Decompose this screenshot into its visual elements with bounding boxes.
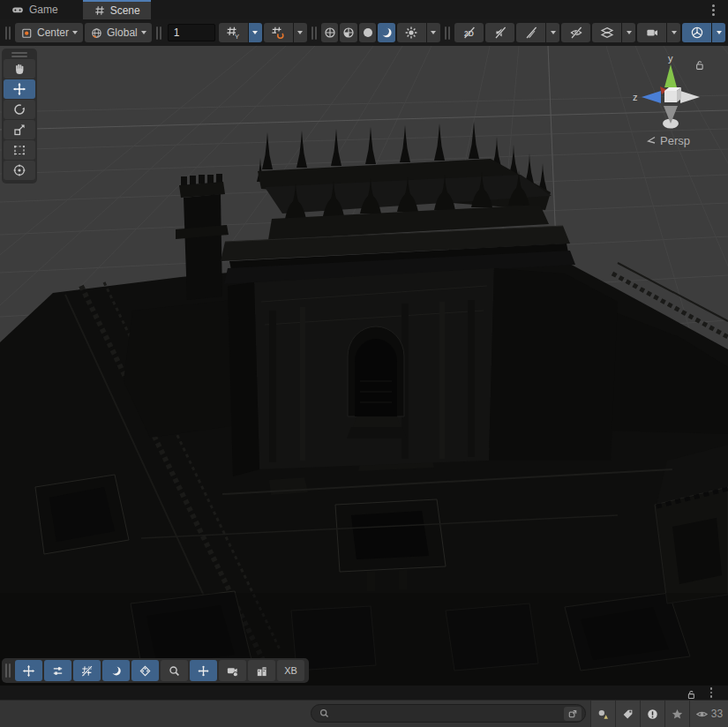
tag-icon bbox=[621, 708, 634, 721]
toolbar-drag-handle[interactable] bbox=[445, 26, 450, 40]
toolbar-drag-handle[interactable] bbox=[156, 26, 161, 40]
gizmo-center-cube[interactable] bbox=[664, 91, 677, 102]
scale-tool-button[interactable] bbox=[4, 120, 35, 139]
temple-body bbox=[228, 268, 618, 476]
shaded-wireframe-toggle[interactable] bbox=[340, 23, 357, 42]
palette-drag-handle[interactable] bbox=[4, 50, 35, 58]
gizmo-z-axis[interactable] bbox=[642, 91, 661, 103]
chevron-down-icon bbox=[141, 31, 146, 34]
camera-ball-icon bbox=[226, 664, 239, 678]
grid-off-overlay-button[interactable] bbox=[73, 660, 101, 681]
toolbar-drag-handle[interactable] bbox=[5, 26, 11, 40]
scene-lighting-toggle[interactable] bbox=[378, 23, 395, 42]
layers-button[interactable] bbox=[592, 23, 622, 42]
projection-toggle[interactable]: Persp bbox=[647, 134, 690, 147]
tab-game[interactable]: Game bbox=[0, 0, 69, 19]
scene-viewport[interactable]: y z Persp bbox=[0, 46, 728, 686]
orientation-gizmo: y z Persp bbox=[631, 53, 719, 150]
shapes-pick-icon bbox=[597, 708, 610, 721]
grid-snap-button[interactable] bbox=[264, 23, 294, 42]
effects-dropdown[interactable] bbox=[397, 23, 440, 42]
transform-tool-icon bbox=[12, 163, 26, 177]
gizmos-button[interactable] bbox=[682, 23, 712, 42]
grid-visibility-dropdown[interactable]: Y bbox=[219, 23, 262, 42]
transform-tool-button[interactable] bbox=[4, 161, 35, 180]
statusbar-buttons: 33 bbox=[590, 701, 728, 727]
gizmo-y-axis[interactable] bbox=[664, 64, 677, 87]
tag-filter-button[interactable] bbox=[615, 701, 640, 727]
gizmos-arrow[interactable] bbox=[712, 23, 725, 42]
hand-tool-button[interactable] bbox=[4, 59, 35, 79]
view-toggles-group: 2D bbox=[441, 23, 726, 42]
crescent-overlay-button[interactable] bbox=[102, 660, 130, 681]
bottom-overlay-toolbar: XB bbox=[2, 658, 309, 683]
marker-visibility-dropdown[interactable] bbox=[516, 23, 559, 42]
alerts-button[interactable] bbox=[640, 701, 664, 727]
layers-arrow[interactable] bbox=[622, 23, 635, 42]
rotate-tool-button[interactable] bbox=[4, 100, 35, 119]
scene-visibility-toggle[interactable] bbox=[561, 23, 590, 42]
camera-icon bbox=[645, 26, 659, 40]
move-icon bbox=[22, 664, 35, 678]
gizmos-dropdown[interactable] bbox=[682, 23, 725, 42]
tab-scene[interactable]: Scene bbox=[83, 0, 151, 19]
marker-visibility-arrow[interactable] bbox=[546, 23, 559, 42]
visibility-counter[interactable]: 33 bbox=[689, 701, 728, 727]
chevron-down-icon bbox=[672, 31, 677, 34]
camera-settings-dropdown[interactable] bbox=[637, 23, 680, 42]
building-overlay-button[interactable] bbox=[248, 660, 275, 681]
overlay-drag-handle[interactable] bbox=[5, 663, 11, 678]
2d-mode-toggle[interactable]: 2D bbox=[454, 23, 484, 42]
move-tool-button[interactable] bbox=[4, 79, 35, 99]
camera-ball-overlay-button[interactable] bbox=[219, 660, 246, 681]
toolbar-drag-handle[interactable] bbox=[311, 26, 317, 40]
gem-snap-overlay-button[interactable] bbox=[131, 660, 159, 681]
grid-snap-dropdown[interactable] bbox=[264, 23, 307, 42]
xb-overlay-button[interactable]: XB bbox=[277, 660, 304, 681]
rect-tool-icon bbox=[12, 143, 26, 157]
pick-objects-button[interactable] bbox=[590, 701, 615, 727]
scale-tool-icon bbox=[12, 123, 26, 137]
magnifier-overlay-button[interactable] bbox=[161, 660, 188, 681]
search-input[interactable] bbox=[334, 707, 564, 721]
gamepad-icon bbox=[11, 3, 25, 17]
rect-tool-button[interactable] bbox=[4, 140, 35, 160]
favorites-button[interactable] bbox=[664, 701, 689, 727]
pivot-mode-dropdown[interactable]: Center bbox=[15, 23, 83, 42]
wireframe-toggle[interactable] bbox=[321, 23, 339, 42]
gem-snap-icon bbox=[139, 664, 152, 678]
open-window-icon bbox=[567, 708, 578, 719]
center-cross-overlay-button[interactable] bbox=[190, 660, 217, 681]
alert-icon bbox=[646, 708, 659, 721]
layers-dropdown[interactable] bbox=[592, 23, 635, 42]
orientation-dropdown[interactable]: Global bbox=[85, 23, 152, 42]
scene-3d-view[interactable] bbox=[0, 46, 728, 686]
effects-arrow[interactable] bbox=[427, 23, 440, 42]
chevron-down-icon bbox=[252, 31, 258, 34]
gizmo-axes[interactable]: y z bbox=[631, 53, 719, 141]
search-icon bbox=[319, 708, 330, 719]
persp-angle-icon bbox=[647, 136, 657, 146]
audio-toggle[interactable] bbox=[485, 23, 514, 42]
gizmo-y-label: y bbox=[668, 53, 673, 64]
sliders-overlay-button[interactable] bbox=[44, 660, 71, 681]
grid-snap-arrow[interactable] bbox=[294, 23, 307, 42]
grid-visibility-arrow[interactable] bbox=[249, 23, 262, 42]
effects-button[interactable] bbox=[397, 23, 427, 42]
xb-label: XB bbox=[284, 665, 297, 676]
grid-size-field[interactable] bbox=[168, 24, 215, 41]
marker-visibility-button[interactable] bbox=[516, 23, 546, 42]
kebab-menu-icon[interactable] bbox=[707, 4, 719, 16]
gizmo-lock-icon[interactable] bbox=[694, 58, 705, 74]
audio-mute-icon bbox=[493, 26, 507, 40]
panel-menu-icon[interactable] bbox=[707, 687, 716, 698]
camera-settings-button[interactable] bbox=[637, 23, 667, 42]
move-overlay-button[interactable] bbox=[15, 660, 42, 681]
gizmo-neg-z-axis[interactable] bbox=[680, 91, 700, 103]
scene-lighting-crescent-icon bbox=[379, 26, 394, 40]
camera-settings-arrow[interactable] bbox=[667, 23, 680, 42]
wireframe-icon bbox=[323, 26, 337, 40]
shaded-toggle[interactable] bbox=[359, 23, 377, 42]
open-window-button[interactable] bbox=[564, 707, 582, 721]
grid-visibility-button[interactable]: Y bbox=[219, 23, 249, 42]
